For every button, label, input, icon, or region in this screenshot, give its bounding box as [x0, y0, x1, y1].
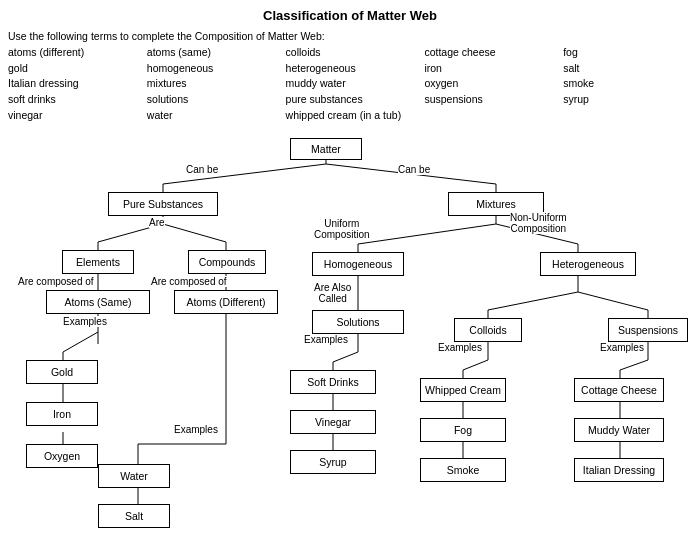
are-composed-of-right-label: Are composed of — [151, 276, 227, 287]
solutions-node: Solutions — [312, 310, 404, 334]
svg-line-43 — [463, 360, 488, 370]
italian-dressing-node: Italian Dressing — [574, 458, 664, 482]
examples2-label: Examples — [174, 424, 218, 435]
oxygen-node: Oxygen — [26, 444, 98, 468]
terms-col3: colloids heterogeneous muddy water pure … — [286, 45, 415, 124]
svg-line-33 — [333, 352, 358, 362]
svg-line-26 — [358, 224, 496, 244]
whipped-cream-node: Whipped Cream — [420, 378, 506, 402]
elements-node: Elements — [62, 250, 134, 274]
muddy-water-node: Muddy Water — [574, 418, 664, 442]
suspensions-node: Suspensions — [608, 318, 688, 342]
examples4-label: Examples — [438, 342, 482, 353]
examples3-label: Examples — [304, 334, 348, 345]
cottage-cheese-node: Cottage Cheese — [574, 378, 664, 402]
atoms-diff-node: Atoms (Different) — [174, 290, 278, 314]
salt-node: Salt — [98, 504, 170, 528]
terms-col2: atoms (same) homogeneous mixtures soluti… — [147, 45, 276, 124]
iron-node: Iron — [26, 402, 98, 426]
pure-substances-node: Pure Substances — [108, 192, 218, 216]
can-be-left-label: Can be — [186, 164, 218, 175]
instructions: Use the following terms to complete the … — [8, 29, 692, 124]
svg-line-8 — [163, 224, 226, 242]
terms-col5: fog salt smoke syrup — [563, 45, 692, 124]
examples5-label: Examples — [600, 342, 644, 353]
svg-line-15 — [63, 332, 98, 352]
page-title: Classification of Matter Web — [8, 8, 692, 23]
are-label: Are — [149, 217, 165, 228]
are-also-called-label: Are Also Called — [314, 282, 351, 304]
are-composed-of-left-label: Are composed of — [18, 276, 94, 287]
soft-drinks-node: Soft Drinks — [290, 370, 376, 394]
homogeneous-node: Homogeneous — [312, 252, 404, 276]
examples1-label: Examples — [63, 316, 107, 327]
fog-node: Fog — [420, 418, 506, 442]
colloids-node: Colloids — [454, 318, 522, 342]
can-be-right-label: Can be — [398, 164, 430, 175]
svg-line-38 — [488, 292, 578, 310]
heterogeneous-node: Heterogeneous — [540, 252, 636, 276]
diagram: Matter Can be Can be Pure Substances Mix… — [8, 134, 692, 524]
water-node: Water — [98, 464, 170, 488]
gold-node: Gold — [26, 360, 98, 384]
vinegar-node: Vinegar — [290, 410, 376, 434]
compounds-node: Compounds — [188, 250, 266, 274]
non-uniform-composition-label: Non-Uniform Composition — [510, 212, 567, 234]
terms-col1: atoms (different) gold Italian dressing … — [8, 45, 137, 124]
uniform-composition-label: Uniform Composition — [314, 218, 370, 240]
syrup-node: Syrup — [290, 450, 376, 474]
atoms-same-node: Atoms (Same) — [46, 290, 150, 314]
svg-line-48 — [620, 360, 648, 370]
smoke-node: Smoke — [420, 458, 506, 482]
svg-line-40 — [578, 292, 648, 310]
terms-col4: cottage cheese iron oxygen suspensions — [424, 45, 553, 124]
matter-node: Matter — [290, 138, 362, 160]
